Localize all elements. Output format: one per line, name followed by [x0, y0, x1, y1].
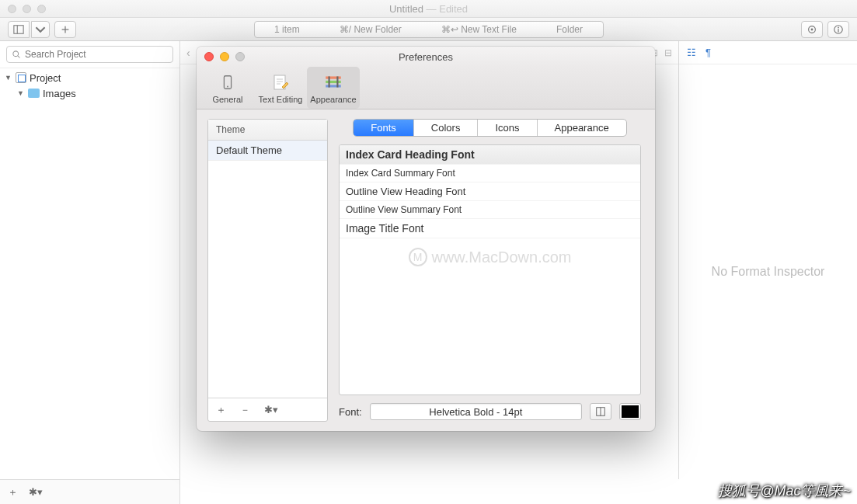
font-value-field[interactable]: Helvetica Bold - 14pt	[370, 403, 582, 420]
font-row-outline-summary[interactable]: Outline View Summary Font	[340, 201, 640, 219]
project-icon	[16, 72, 26, 83]
project-tree: ▼ Project ▼ Images	[0, 68, 179, 479]
theme-remove-icon[interactable]: －	[240, 403, 250, 417]
pref-tab-text-label: Text Editing	[259, 95, 303, 104]
search-icon	[12, 50, 21, 59]
toolbar-right	[801, 21, 849, 38]
inspector-tab1-icon[interactable]: ☷	[687, 47, 696, 58]
theme-column: Theme Default Theme ＋ － ✱▾	[207, 119, 328, 422]
pathbar-new-folder: ⌘/ New Folder	[340, 24, 402, 35]
pref-tab-appearance-label: Appearance	[310, 95, 356, 104]
nav-back-icon[interactable]: ‹	[186, 47, 190, 59]
pref-tab-text-editing[interactable]: Text Editing	[254, 67, 307, 109]
sidebar-bottom-bar: ＋ ✱▾	[0, 479, 180, 504]
svg-point-12	[227, 85, 228, 87]
pathbar-item-count: 1 item	[274, 24, 300, 35]
pathbar-folder: Folder	[556, 24, 583, 35]
general-icon	[218, 72, 238, 92]
pref-titlebar: Preferences	[197, 47, 655, 67]
pref-title: Preferences	[197, 51, 655, 63]
sidebar-toggle-button[interactable]	[8, 21, 30, 38]
appearance-right: Fonts Colors Icons Appearance Index Card…	[328, 109, 655, 431]
theme-spacer	[208, 161, 327, 398]
svg-rect-17	[326, 76, 341, 78]
svg-rect-8	[838, 29, 838, 32]
sidebar: ▼ Project ▼ Images	[0, 41, 180, 479]
add-icon[interactable]: ＋	[8, 485, 18, 499]
project-label: Project	[30, 72, 61, 84]
appearance-segments: Fonts Colors Icons Appearance	[353, 119, 626, 137]
color-well-button[interactable]	[619, 403, 641, 420]
pathbar-new-text: ⌘↩︎ New Text File	[441, 24, 517, 35]
font-row-index-heading[interactable]: Index Card Heading Font	[340, 145, 640, 165]
svg-line-10	[18, 56, 20, 58]
font-row-image-title[interactable]: Image Title Font	[340, 219, 640, 238]
images-label: Images	[43, 88, 76, 99]
info-button[interactable]	[827, 21, 849, 38]
font-value: Helvetica Bold - 14pt	[429, 406, 522, 418]
watermark: M www.MacDown.com	[408, 248, 571, 266]
svg-point-7	[838, 26, 839, 28]
tree-images-row[interactable]: ▼ Images	[0, 85, 179, 101]
font-row-outline-heading[interactable]: Outline View Heading Font	[340, 182, 640, 201]
disclosure-icon[interactable]: ▼	[17, 89, 25, 97]
seg-fonts[interactable]: Fonts	[354, 120, 414, 136]
pref-tab-general-label: General	[212, 95, 242, 104]
theme-footer: ＋ － ✱▾	[208, 398, 327, 421]
view-dropdown-button[interactable]	[31, 21, 50, 38]
add-button[interactable]	[54, 21, 76, 38]
search-input[interactable]	[25, 49, 168, 60]
svg-rect-21	[336, 76, 338, 87]
tree-project-row[interactable]: ▼ Project	[0, 70, 179, 85]
watermark-icon: M	[408, 248, 427, 266]
pref-tab-general[interactable]: General	[201, 67, 254, 109]
inspector-empty-label: No Format Inspector	[712, 265, 825, 279]
grid2-icon[interactable]: ⊟	[664, 47, 672, 58]
seg-colors[interactable]: Colors	[414, 120, 479, 136]
seg-icons[interactable]: Icons	[478, 120, 537, 136]
font-list[interactable]: Index Card Heading Font Index Card Summa…	[339, 144, 641, 395]
inspector: ☷ ¶ No Format Inspector	[678, 41, 857, 479]
theme-gear-icon[interactable]: ✱▾	[264, 404, 278, 415]
gear-icon[interactable]: ✱▾	[29, 486, 43, 498]
theme-add-icon[interactable]: ＋	[216, 403, 226, 417]
inspector-empty: No Format Inspector	[679, 64, 857, 479]
main-toolbar: 1 item ⌘/ New Folder ⌘↩︎ New Text File F…	[0, 18, 857, 41]
svg-point-5	[811, 28, 813, 30]
window-title: Untitled — Edited	[0, 3, 857, 15]
text-editing-icon	[270, 72, 291, 92]
source-overlay: 搜狐号@Mac等風来~	[718, 481, 851, 500]
folder-icon	[28, 89, 40, 98]
svg-point-9	[13, 51, 19, 57]
font-row-index-summary[interactable]: Index Card Summary Font	[340, 165, 640, 182]
theme-item-default[interactable]: Default Theme	[208, 141, 327, 161]
font-label: Font:	[339, 406, 362, 418]
pref-toolbar: General Text Editing Appearance	[197, 67, 655, 109]
view-mode-group	[8, 21, 50, 38]
font-panel-button[interactable]	[590, 403, 611, 420]
inspector-tab2-icon[interactable]: ¶	[705, 47, 711, 58]
preferences-window: Preferences General Text Editing Appeara…	[197, 47, 655, 431]
search-field[interactable]	[6, 46, 173, 63]
target-button[interactable]	[801, 21, 823, 38]
svg-rect-20	[329, 76, 330, 87]
search-wrap	[0, 41, 179, 68]
watermark-text: www.MacDown.com	[431, 249, 571, 266]
path-bar[interactable]: 1 item ⌘/ New Folder ⌘↩︎ New Text File F…	[254, 21, 604, 38]
theme-header: Theme	[208, 120, 327, 141]
disclosure-icon[interactable]: ▼	[5, 74, 12, 82]
inspector-top: ☷ ¶	[679, 41, 857, 64]
pref-body: Theme Default Theme ＋ － ✱▾ Fonts Colors …	[197, 109, 655, 431]
pref-tab-appearance[interactable]: Appearance	[307, 67, 360, 109]
title-text: Untitled	[389, 3, 423, 15]
color-swatch	[622, 405, 639, 418]
svg-rect-19	[326, 85, 341, 87]
edited-indicator: — Edited	[427, 3, 468, 15]
main-titlebar: Untitled — Edited	[0, 0, 857, 18]
svg-rect-0	[14, 25, 23, 33]
svg-rect-18	[326, 80, 341, 82]
font-controls: Font: Helvetica Bold - 14pt	[339, 403, 641, 420]
seg-appearance[interactable]: Appearance	[538, 120, 626, 136]
appearance-icon	[323, 72, 343, 92]
